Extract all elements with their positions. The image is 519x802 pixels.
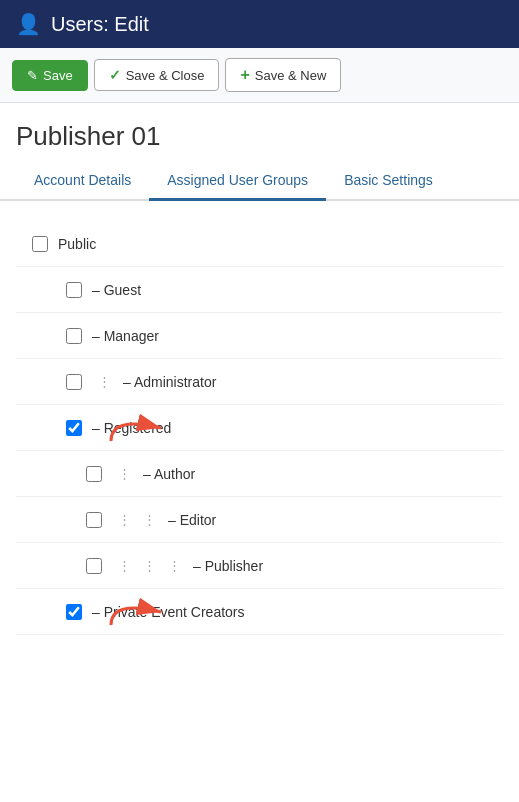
group-item-editor: ⋮ ⋮ – Editor	[16, 497, 503, 543]
group-item-registered: – Registered	[16, 405, 503, 451]
save-new-label: Save & New	[255, 68, 327, 83]
save-label: Save	[43, 68, 73, 83]
save-icon: ✎	[27, 68, 38, 83]
tab-account-details[interactable]: Account Details	[16, 162, 149, 201]
drag-handle-administrator[interactable]: ⋮	[98, 374, 111, 389]
group-label-administrator: – Administrator	[123, 374, 216, 390]
group-label-private-event-creators: – Private Event Creators	[92, 604, 245, 620]
toolbar: ✎ Save ✓ Save & Close + Save & New	[0, 48, 519, 103]
user-icon: 👤	[16, 12, 41, 36]
checkbox-registered[interactable]	[66, 420, 82, 436]
checkbox-manager[interactable]	[66, 328, 82, 344]
save-close-button[interactable]: ✓ Save & Close	[94, 59, 220, 91]
drag-handle-publisher-3[interactable]: ⋮	[168, 558, 181, 573]
group-item-administrator: ⋮ – Administrator	[16, 359, 503, 405]
header-title: Users: Edit	[51, 13, 149, 36]
save-new-button[interactable]: + Save & New	[225, 58, 341, 92]
group-label-manager: – Manager	[92, 328, 159, 344]
group-item-publisher: ⋮ ⋮ ⋮ – Publisher	[16, 543, 503, 589]
save-close-label: Save & Close	[126, 68, 205, 83]
header: 👤 Users: Edit	[0, 0, 519, 48]
checkbox-publisher[interactable]	[86, 558, 102, 574]
checkbox-administrator[interactable]	[66, 374, 82, 390]
drag-handle-author[interactable]: ⋮	[118, 466, 131, 481]
checkbox-author[interactable]	[86, 466, 102, 482]
page-title-area: Publisher 01	[0, 103, 519, 162]
group-label-public: Public	[58, 236, 96, 252]
checkbox-private-event-creators[interactable]	[66, 604, 82, 620]
plus-icon: +	[240, 66, 249, 84]
drag-handle-editor-2[interactable]: ⋮	[143, 512, 156, 527]
group-item-guest: – Guest	[16, 267, 503, 313]
group-item-public: Public	[16, 221, 503, 267]
drag-handle-publisher-2[interactable]: ⋮	[143, 558, 156, 573]
drag-handle-editor-1[interactable]: ⋮	[118, 512, 131, 527]
group-label-publisher: – Publisher	[193, 558, 263, 574]
drag-handle-publisher-1[interactable]: ⋮	[118, 558, 131, 573]
tab-basic-settings[interactable]: Basic Settings	[326, 162, 451, 201]
group-item-author: ⋮ – Author	[16, 451, 503, 497]
group-item-manager: – Manager	[16, 313, 503, 359]
page-title: Publisher 01	[16, 121, 503, 152]
save-button[interactable]: ✎ Save	[12, 60, 88, 91]
group-label-author: – Author	[143, 466, 195, 482]
checkbox-public[interactable]	[32, 236, 48, 252]
tabs: Account Details Assigned User Groups Bas…	[0, 162, 519, 201]
group-label-guest: – Guest	[92, 282, 141, 298]
group-label-registered: – Registered	[92, 420, 171, 436]
checkbox-editor[interactable]	[86, 512, 102, 528]
tab-assigned-user-groups[interactable]: Assigned User Groups	[149, 162, 326, 201]
check-icon: ✓	[109, 67, 121, 83]
checkbox-guest[interactable]	[66, 282, 82, 298]
groups-list: Public – Guest – Manager ⋮ – Administrat…	[16, 221, 503, 635]
group-item-private-event-creators: – Private Event Creators	[16, 589, 503, 635]
group-label-editor: – Editor	[168, 512, 216, 528]
content: Public – Guest – Manager ⋮ – Administrat…	[0, 201, 519, 655]
